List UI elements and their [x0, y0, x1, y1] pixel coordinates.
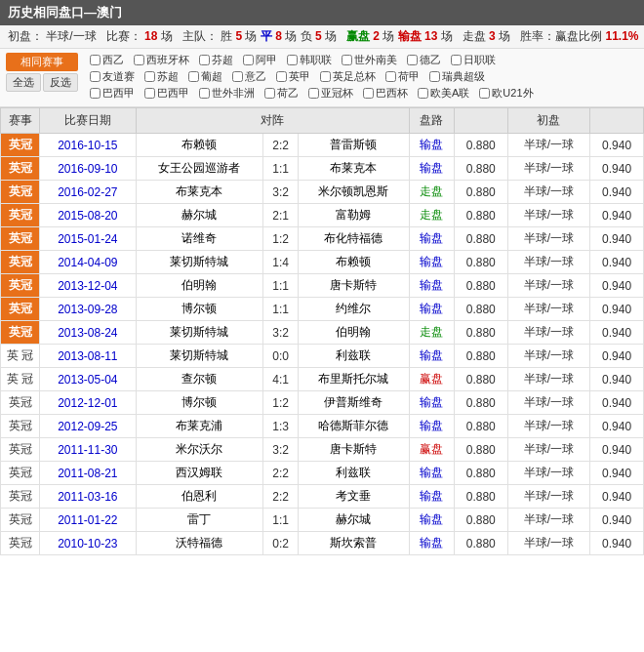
date-cell[interactable]: 2013-12-04 [40, 274, 137, 298]
filter-hanlian[interactable]: 韩职联 [287, 53, 332, 67]
filter-yingzb[interactable]: 英足总杯 [320, 69, 376, 84]
cb-ajia[interactable] [243, 55, 254, 65]
filter-sjnan[interactable]: 世外南美 [342, 53, 397, 67]
filter-ruichao[interactable]: 瑞典超级 [429, 69, 485, 84]
date-cell[interactable]: 2015-08-20 [40, 204, 137, 227]
filter-baxiz[interactable]: 巴西杯 [363, 86, 408, 101]
cb-xibybj[interactable] [134, 55, 144, 65]
cb-hechao[interactable] [385, 71, 396, 82]
filter-rzhi[interactable]: 日职联 [451, 53, 496, 67]
initial-cell: 0.940 [590, 345, 644, 368]
date-cell[interactable]: 2016-09-10 [40, 157, 137, 181]
cb-sjnan[interactable] [342, 55, 352, 65]
filter-bajia[interactable]: 巴西甲 [90, 86, 135, 101]
pan-cell[interactable]: 输盘 [409, 345, 454, 368]
cb-yajin[interactable] [308, 88, 319, 99]
cb-yichi[interactable] [232, 71, 243, 82]
cb-puchao[interactable] [188, 71, 199, 82]
filter-yinglian[interactable]: 英甲 [276, 69, 310, 84]
pan-cell[interactable]: 输盘 [409, 227, 454, 251]
reverse-btn[interactable]: 反选 [43, 73, 78, 92]
cb-ruichao[interactable] [429, 71, 440, 82]
cb-yingzb[interactable] [320, 71, 331, 82]
filter-sjfj[interactable]: 世外非洲 [199, 86, 255, 101]
page-title: 历史相同盘口—澳门 [8, 5, 122, 20]
cb-yinglian[interactable] [276, 71, 287, 82]
date-cell[interactable]: 2011-11-30 [40, 438, 137, 462]
filter-hechao[interactable]: 荷甲 [385, 69, 420, 84]
pan-cell[interactable]: 走盘 [409, 321, 454, 345]
cb-dey[interactable] [407, 55, 418, 65]
filter-fchao[interactable]: 芬超 [199, 53, 233, 67]
league-cell: 英冠 [1, 134, 40, 157]
pan-cell[interactable]: 输盘 [409, 274, 454, 298]
pan-cell[interactable]: 赢盘 [409, 438, 454, 462]
filter-yajin[interactable]: 亚冠杯 [308, 86, 353, 101]
handicap-cell: 半球/一球 [507, 485, 590, 509]
score-cell: 1:2 [263, 227, 299, 251]
home-team: 女王公园巡游者 [136, 157, 262, 181]
filter-xiy[interactable]: 西乙 [90, 53, 124, 67]
date-cell[interactable]: 2010-10-23 [40, 532, 137, 555]
pan-cell[interactable]: 输盘 [409, 298, 454, 321]
date-cell[interactable]: 2014-04-09 [40, 251, 137, 274]
pan-cell[interactable]: 输盘 [409, 462, 454, 485]
home-team: 布莱克浦 [136, 415, 262, 438]
pan-cell[interactable]: 输盘 [409, 391, 454, 415]
filter-xibybj[interactable]: 西班牙杯 [134, 53, 189, 67]
pan-cell[interactable]: 走盘 [409, 181, 454, 204]
pan-cell[interactable]: 输盘 [409, 157, 454, 181]
pan-cell[interactable]: 输盘 [409, 532, 454, 555]
filter-suchao[interactable]: 苏超 [144, 69, 179, 84]
pan-cell[interactable]: 走盘 [409, 204, 454, 227]
filter-dey[interactable]: 德乙 [407, 53, 441, 67]
cb-hey[interactable] [264, 88, 275, 99]
date-cell[interactable]: 2013-09-28 [40, 298, 137, 321]
filter-puchao[interactable]: 葡超 [188, 69, 222, 84]
pan-cell[interactable]: 输盘 [409, 509, 454, 532]
filter-ouy21[interactable]: 欧U21外 [479, 86, 533, 101]
all-btn[interactable]: 全选 [6, 73, 41, 92]
pan-cell[interactable]: 赢盘 [409, 368, 454, 391]
cb-fchao[interactable] [199, 55, 210, 65]
pan-cell[interactable]: 输盘 [409, 415, 454, 438]
filter-ajia[interactable]: 阿甲 [243, 53, 277, 67]
date-cell[interactable]: 2011-03-16 [40, 485, 137, 509]
cb-suchao[interactable] [144, 71, 155, 82]
cb-rzhi[interactable] [451, 55, 462, 65]
pan-cell[interactable]: 输盘 [409, 251, 454, 274]
filter-baxijia[interactable]: 巴西甲 [144, 86, 189, 101]
date-cell[interactable]: 2013-05-04 [40, 368, 137, 391]
filter-hey[interactable]: 荷乙 [264, 86, 299, 101]
initial-cell: 0.940 [590, 227, 644, 251]
date-cell[interactable]: 2011-01-22 [40, 509, 137, 532]
filter-yichi[interactable]: 意乙 [232, 69, 266, 84]
date-cell[interactable]: 2013-08-24 [40, 321, 137, 345]
match-btn[interactable]: 相同赛事 [6, 53, 78, 71]
cb-ouy21[interactable] [479, 88, 490, 99]
cb-bajia[interactable] [90, 88, 101, 99]
cb-ydlian[interactable] [90, 71, 101, 82]
date-cell[interactable]: 2015-01-24 [40, 227, 137, 251]
cb-omejy[interactable] [418, 88, 428, 99]
pan-cell[interactable]: 输盘 [409, 485, 454, 509]
pan-cell[interactable]: 输盘 [409, 134, 454, 157]
date-cell[interactable]: 2012-09-25 [40, 415, 137, 438]
cb-baxiz[interactable] [363, 88, 374, 99]
odds-cell: 0.880 [454, 204, 507, 227]
cb-baxijia[interactable] [144, 88, 155, 99]
date-cell[interactable]: 2011-08-21 [40, 462, 137, 485]
date-cell[interactable]: 2016-10-15 [40, 134, 137, 157]
away-team: 赫尔城 [299, 509, 410, 532]
cb-xiy[interactable] [90, 55, 101, 65]
handicap-cell: 半球/一球 [507, 462, 590, 485]
cb-sjfj[interactable] [199, 88, 210, 99]
filter-omejy[interactable]: 欧美A联 [418, 86, 469, 101]
date-cell[interactable]: 2012-12-01 [40, 391, 137, 415]
away-team: 斯坎索普 [299, 532, 410, 555]
init-value: 半球/一球 [46, 29, 96, 43]
filter-ydlian[interactable]: 友道赛 [90, 69, 135, 84]
cb-hanlian[interactable] [287, 55, 298, 65]
date-cell[interactable]: 2013-08-11 [40, 345, 137, 368]
date-cell[interactable]: 2016-02-27 [40, 181, 137, 204]
